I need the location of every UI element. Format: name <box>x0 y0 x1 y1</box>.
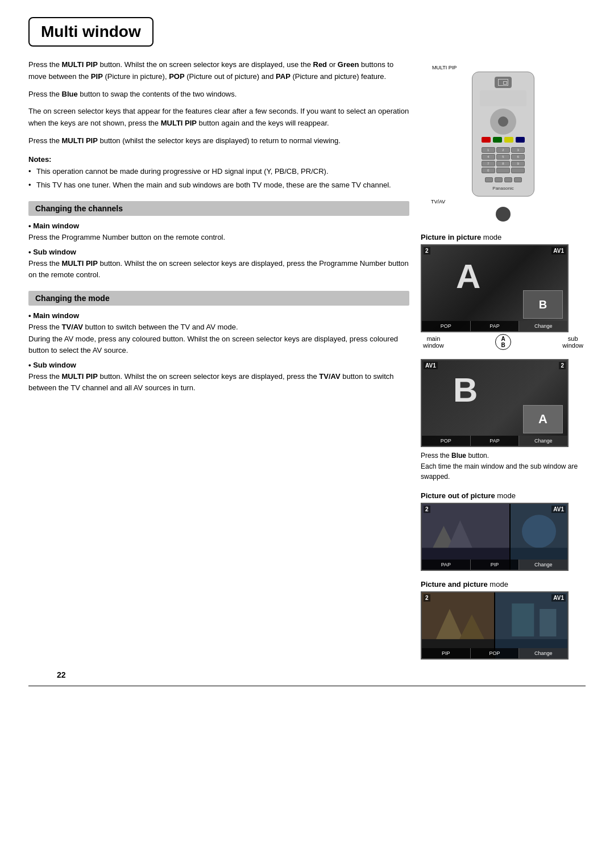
svg-point-5 <box>522 515 556 548</box>
screen-tl-label: 2 <box>424 247 430 254</box>
svg-rect-13 <box>540 609 556 636</box>
intro-p2: Press the Blue button to swap the conten… <box>28 89 409 101</box>
pip-btn-pop: PIP <box>471 560 520 570</box>
blue-button <box>516 137 525 143</box>
swap-text: Press the Blue button. Each time the mai… <box>421 450 586 482</box>
number-grid: 123 456 789 0 <box>482 147 525 173</box>
red-button <box>482 137 491 143</box>
channels-main-title: • Main window <box>28 222 409 230</box>
tvav-label: TV/AV <box>431 199 445 205</box>
page-number: 22 <box>57 670 66 679</box>
intro-p3: The on screen selector keys that appear … <box>28 106 409 130</box>
notes-section: Notes: This operation cannot be made dur… <box>28 155 409 191</box>
yellow-button <box>504 137 513 143</box>
screen-toolbar-1: POP PAP Change <box>422 321 567 331</box>
pop-toolbar: PAP PIP Change <box>422 560 567 570</box>
pop-btn: POP <box>422 321 471 331</box>
sub-letter-b: B <box>539 298 547 311</box>
pop-btn-2: POP <box>422 436 471 446</box>
pap-label: Picture and picture mode <box>421 580 586 589</box>
pip-sub-box-2: A <box>523 405 563 433</box>
note-item: This TV has one tuner. When the main and… <box>28 180 409 191</box>
main-letter-b: B <box>453 370 478 410</box>
ab-indicator: A B <box>495 334 511 350</box>
pip-swapped-section: AV1 2 B A POP PAP Change Press the Blue … <box>421 359 586 482</box>
pop-btn-pap: POP <box>471 648 520 658</box>
pap-btn-pop: PAP <box>422 560 471 570</box>
svg-rect-12 <box>512 603 534 636</box>
window-labels: mainwindow A B subwindow <box>421 334 586 350</box>
tvav-button <box>496 207 511 222</box>
screen-toolbar-2: POP PAP Change <box>422 436 567 446</box>
pip-sub-box: B <box>523 290 563 319</box>
mode-main-text2: During the AV mode, press any coloured b… <box>28 333 409 356</box>
channels-main-text: Press the Programme Number button on the… <box>28 232 409 243</box>
screen-tl-label-2: AV1 <box>424 362 438 369</box>
channels-sub-window: • Sub window Press the MULTI PIP button.… <box>28 248 409 281</box>
pop-label: Picture out of picture mode <box>421 491 586 500</box>
notes-title: Notes: <box>28 155 409 164</box>
pap-toolbar: PIP POP Change <box>422 648 567 658</box>
channels-sub-title: • Sub window <box>28 248 409 256</box>
multipip-label: MULTI PIP <box>432 65 457 70</box>
pip-button-icon <box>495 77 512 88</box>
mode-main-window: • Main window Press the TV/AV button to … <box>28 311 409 356</box>
screen-tr-label-2: 2 <box>559 362 566 369</box>
note-item: This operation cannot be made during pro… <box>28 166 409 177</box>
sub-window-label: subwindow <box>562 335 583 349</box>
pap-screen: 2 AV1 <box>421 591 569 660</box>
page-title: Multi window <box>28 17 586 59</box>
pop-section: Picture out of picture mode 2 AV1 <box>421 491 586 571</box>
pop-tr: AV1 <box>551 506 566 513</box>
mode-sub-text: Press the MULTI PIP button. Whilst the o… <box>28 371 409 394</box>
section-mode-header: Changing the mode <box>28 291 409 306</box>
pip-screen-1: 2 AV1 A B POP PAP Change <box>421 244 569 332</box>
main-window-label: mainwindow <box>423 335 444 349</box>
pop-screen: 2 AV1 <box>421 503 569 571</box>
mode-sub-title: • Sub window <box>28 361 409 369</box>
pip-btn-pap: PIP <box>422 648 471 658</box>
change-btn: Change <box>519 321 567 331</box>
mode-main-text1: Press the TV/AV button to switch between… <box>28 322 409 333</box>
channels-sub-text: Press the MULTI PIP button. Whilst the o… <box>28 258 409 281</box>
intro-p1: Press the MULTI PIP button. Whilst the o… <box>28 59 409 83</box>
pap-btn-2: PAP <box>471 436 520 446</box>
pap-section: Picture and picture mode 2 AV1 <box>421 580 586 660</box>
pap-btn: PAP <box>471 321 520 331</box>
pap-tl: 2 <box>424 594 430 602</box>
main-letter-a: A <box>456 257 480 296</box>
pip-screen-2: AV1 2 B A POP PAP Change <box>421 359 569 447</box>
pip-label: Picture in picture mode <box>421 233 586 241</box>
green-button <box>493 137 502 143</box>
sub-letter-a: A <box>538 412 547 427</box>
change-btn-2: Change <box>519 436 567 446</box>
mode-sub-window: • Sub window Press the MULTI PIP button.… <box>28 361 409 394</box>
remote-illustration: MULTI PIP <box>421 65 586 224</box>
pop-tl: 2 <box>424 506 430 513</box>
page-footer: 22 <box>28 686 586 691</box>
intro-p4: Press the MULTI PIP button (whilst the s… <box>28 135 409 147</box>
remote-control: 123 456 789 0 Panasonic <box>472 72 534 197</box>
pap-tr: AV1 <box>551 594 566 602</box>
section-channels-header: Changing the channels <box>28 201 409 216</box>
screen-tr-label: AV1 <box>551 247 566 254</box>
pip-section: Picture in picture mode 2 AV1 A B POP PA… <box>421 233 586 350</box>
channels-main-window: • Main window Press the Programme Number… <box>28 222 409 243</box>
mode-main-title: • Main window <box>28 311 409 320</box>
change-btn-pap: Change <box>519 648 567 658</box>
change-btn-pop: Change <box>519 560 567 570</box>
